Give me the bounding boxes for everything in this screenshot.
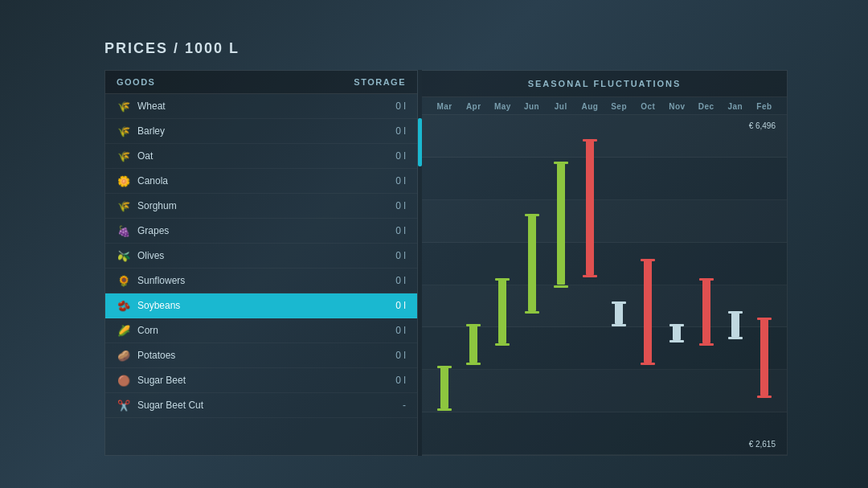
month-label-jan: Jan xyxy=(721,102,750,111)
goods-left-olives: 🫒 Olives xyxy=(117,248,164,263)
month-label-may: May xyxy=(488,102,517,111)
month-label-dec: Dec xyxy=(692,102,721,111)
goods-name-grapes: Grapes xyxy=(137,225,169,236)
goods-icon-oat: 🌾 xyxy=(117,149,131,163)
goods-icon-soybeans: 🫘 xyxy=(117,298,131,313)
goods-col-header: GOODS xyxy=(117,77,155,87)
month-label-jun: Jun xyxy=(518,102,547,111)
goods-left-potatoes: 🥔 Potatoes xyxy=(117,348,175,363)
main-container: PRICES / 1000 L GOODS STORAGE 🌾 Wheat 0 … xyxy=(0,0,868,488)
bar-cap-bot-0 xyxy=(437,408,452,411)
goods-name-oat: Oat xyxy=(137,150,153,162)
goods-storage-grapes: 0 l xyxy=(395,225,406,236)
goods-storage-oat: 0 l xyxy=(395,150,406,162)
goods-left-grapes: 🍇 Grapes xyxy=(117,223,169,238)
bar-segment-9 xyxy=(702,278,710,343)
bar-cap-bot-10 xyxy=(728,337,743,339)
bar-cap-bot-4 xyxy=(554,285,568,288)
goods-row-sugar-beet-cut[interactable]: ✂️ Sugar Beet Cut - xyxy=(105,393,417,418)
month-label-jul: Jul xyxy=(547,102,575,111)
bar-column-oct xyxy=(633,123,662,447)
goods-storage-soybeans: 0 l xyxy=(395,300,406,311)
goods-icon-corn: 🌽 xyxy=(117,323,131,338)
bar-column-feb xyxy=(750,123,779,447)
goods-row-potatoes[interactable]: 🥔 Potatoes 0 l xyxy=(105,343,417,368)
bar-column-aug xyxy=(575,123,604,447)
goods-left-sunflowers: 🌻 Sunflowers xyxy=(117,273,185,288)
goods-row-oat[interactable]: 🌾 Oat 0 l xyxy=(105,144,417,169)
table-header: GOODS STORAGE xyxy=(105,71,417,94)
goods-row-barley[interactable]: 🌾 Barley 0 l xyxy=(105,119,417,144)
goods-left-sorghum: 🌾 Sorghum xyxy=(117,199,177,213)
goods-name-sunflowers: Sunflowers xyxy=(137,275,185,286)
goods-icon-grapes: 🍇 xyxy=(117,223,131,238)
bar-cap-bot-6 xyxy=(612,324,626,326)
bar-segment-0 xyxy=(440,366,448,408)
bar-cap-bot-1 xyxy=(466,363,481,365)
chart-months: MarAprMayJunJulAugSepOctNovDecJanFeb xyxy=(422,97,787,115)
goods-icon-wheat: 🌾 xyxy=(117,99,131,113)
bar-cap-bot-2 xyxy=(495,343,510,346)
bar-cap-bot-11 xyxy=(757,396,772,398)
goods-storage-sugar-beet: 0 l xyxy=(395,375,406,386)
goods-name-sugar-beet: Sugar Beet xyxy=(137,375,186,386)
goods-row-soybeans[interactable]: 🫘 Soybeans 0 l xyxy=(105,293,417,318)
goods-icon-barley: 🌾 xyxy=(117,124,131,138)
goods-storage-sunflowers: 0 l xyxy=(395,275,406,286)
bar-column-nov xyxy=(662,123,691,447)
goods-icon-sugar-beet: 🟤 xyxy=(117,373,131,388)
month-label-aug: Aug xyxy=(575,102,604,111)
goods-icon-sugar-beet-cut: ✂️ xyxy=(117,398,131,412)
goods-name-sorghum: Sorghum xyxy=(137,200,177,211)
goods-left-barley: 🌾 Barley xyxy=(117,124,165,138)
goods-storage-canola: 0 l xyxy=(395,175,406,187)
page-title: PRICES / 1000 L xyxy=(104,40,788,57)
bar-column-may xyxy=(488,123,517,447)
month-label-nov: Nov xyxy=(662,102,691,111)
goods-storage-sorghum: 0 l xyxy=(395,200,406,211)
bar-segment-10 xyxy=(731,311,739,337)
bar-segment-6 xyxy=(615,301,623,324)
goods-left-canola: 🌼 Canola xyxy=(117,174,168,188)
goods-row-sugar-beet[interactable]: 🟤 Sugar Beet 0 l xyxy=(105,368,417,393)
goods-icon-olives: 🫒 xyxy=(117,248,131,263)
bar-column-jun xyxy=(518,123,547,447)
goods-storage-potatoes: 0 l xyxy=(395,350,406,361)
goods-icon-sunflowers: 🌻 xyxy=(117,273,131,288)
goods-row-corn[interactable]: 🌽 Corn 0 l xyxy=(105,318,417,343)
goods-row-olives[interactable]: 🫒 Olives 0 l xyxy=(105,244,417,269)
month-label-sep: Sep xyxy=(604,102,633,111)
goods-row-grapes[interactable]: 🍇 Grapes 0 l xyxy=(105,219,417,244)
goods-table: GOODS STORAGE 🌾 Wheat 0 l 🌾 Barley 0 l 🌾… xyxy=(104,70,418,456)
goods-left-corn: 🌽 Corn xyxy=(117,323,158,338)
month-label-mar: Mar xyxy=(430,102,459,111)
bar-column-sep xyxy=(604,123,633,447)
content-area: GOODS STORAGE 🌾 Wheat 0 l 🌾 Barley 0 l 🌾… xyxy=(104,70,788,456)
goods-name-barley: Barley xyxy=(137,125,165,137)
bar-column-mar xyxy=(430,123,459,447)
goods-row-canola[interactable]: 🌼 Canola 0 l xyxy=(105,169,417,194)
goods-row-sunflowers[interactable]: 🌻 Sunflowers 0 l xyxy=(105,269,417,293)
bar-segment-7 xyxy=(644,259,652,363)
goods-storage-corn: 0 l xyxy=(395,325,406,336)
storage-col-header: STORAGE xyxy=(354,77,406,87)
chart-body: € 6,496 € 2,615 xyxy=(422,115,787,455)
goods-icon-potatoes: 🥔 xyxy=(117,348,131,363)
goods-storage-barley: 0 l xyxy=(395,125,406,137)
bar-cap-bot-3 xyxy=(525,311,539,314)
goods-rows-container: 🌾 Wheat 0 l 🌾 Barley 0 l 🌾 Oat 0 l 🌼 Can… xyxy=(105,94,417,418)
goods-left-sugar-beet-cut: ✂️ Sugar Beet Cut xyxy=(117,398,203,412)
goods-name-potatoes: Potatoes xyxy=(137,350,175,361)
goods-row-wheat[interactable]: 🌾 Wheat 0 l xyxy=(105,94,417,119)
goods-name-corn: Corn xyxy=(137,325,158,336)
bar-cap-bot-9 xyxy=(699,343,714,346)
bar-column-jul xyxy=(547,123,575,447)
bar-segment-2 xyxy=(498,278,506,343)
month-label-oct: Oct xyxy=(633,102,662,111)
bar-segment-3 xyxy=(528,214,536,311)
goods-row-sorghum[interactable]: 🌾 Sorghum 0 l xyxy=(105,194,417,219)
chart-bars-container xyxy=(430,123,779,447)
bar-segment-1 xyxy=(469,324,477,363)
goods-storage-sugar-beet-cut: - xyxy=(403,400,406,411)
goods-name-sugar-beet-cut: Sugar Beet Cut xyxy=(137,400,203,411)
